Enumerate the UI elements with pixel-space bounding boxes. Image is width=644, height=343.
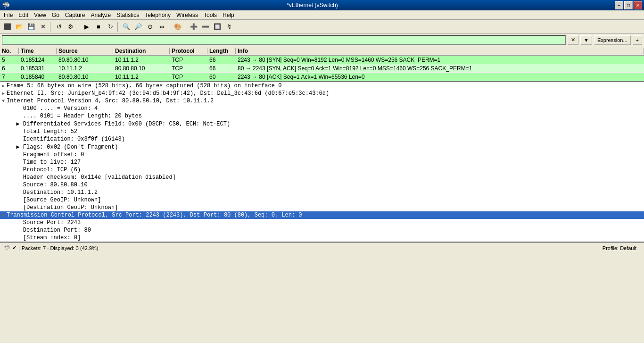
detail-row[interactable]: [Destination GeoIP: Unknown] xyxy=(0,204,644,211)
header-length[interactable]: Length xyxy=(207,48,236,54)
open-btn[interactable]: 📂 xyxy=(14,21,25,33)
status-icon: 🦈 xyxy=(4,245,10,251)
ready-icon: ✔ xyxy=(12,245,17,251)
packet-cell-source: 10.11.1.2 xyxy=(57,65,113,72)
menu-item-statistics[interactable]: Statistics xyxy=(114,11,142,19)
detail-section-ip[interactable]: ▼Internet Protocol Version 4, Src: 80.80… xyxy=(0,97,644,105)
toolbar-sep3 xyxy=(117,22,119,32)
detail-section-ethernet[interactable]: ▶Ethernet II, Src: JuniperN_b4:9f:42 (3c… xyxy=(0,90,644,97)
detail-row[interactable]: Total Length: 52 xyxy=(0,128,644,135)
stop-capture-btn[interactable]: ■ xyxy=(93,21,104,33)
detail-row[interactable]: Source Port: 2243 xyxy=(0,219,644,226)
start-capture-btn[interactable]: ▶ xyxy=(81,21,92,33)
zoom-in-btn[interactable]: 🔍 xyxy=(121,21,132,33)
detail-row[interactable]: [Source GeoIP: Unknown] xyxy=(0,196,644,204)
titlebar: 🦈 *vEthernet (vSwitch) − □ ✕ xyxy=(0,0,644,10)
packet-cell-time: 0.185124 xyxy=(19,57,57,63)
minimize-button[interactable]: − xyxy=(615,1,623,9)
menu-item-tools[interactable]: Tools xyxy=(201,11,220,19)
header-no[interactable]: No. xyxy=(0,48,19,54)
detail-row[interactable]: ▶ Flags: 0x02 (Don't Fragment) xyxy=(0,143,644,151)
packet-list-header: No. Time Source Destination Protocol Len… xyxy=(0,46,644,56)
close-capture-btn[interactable]: ✕ xyxy=(37,21,49,33)
detail-row[interactable]: Time to live: 127 xyxy=(0,159,644,166)
menu-item-view[interactable]: View xyxy=(31,11,49,19)
zoom-out2-btn[interactable]: ➖ xyxy=(200,21,211,33)
resize-columns-btn[interactable]: ⇔ xyxy=(156,21,167,33)
detail-row[interactable]: Header checksum: 0x114e [validation disa… xyxy=(0,174,644,181)
toolbar-sep1 xyxy=(50,22,52,32)
header-info[interactable]: Info xyxy=(236,48,644,54)
detail-row[interactable]: Destination: 10.11.1.2 xyxy=(0,189,644,196)
toolbar-sep5 xyxy=(185,22,187,32)
packet-cell-destination: 10.11.1.2 xyxy=(113,74,170,80)
packet-cell-protocol: TCP xyxy=(170,74,207,80)
status-right: Profile: Default xyxy=(603,245,640,251)
expression-btn[interactable]: Expression... xyxy=(594,35,631,45)
reload-btn[interactable]: ↺ xyxy=(53,21,65,33)
packet-row[interactable]: 70.18584080.80.80.1010.11.1.2TCP602243 →… xyxy=(0,73,644,81)
detail-row[interactable]: ▶ Differentiated Services Field: 0x00 (D… xyxy=(0,120,644,128)
packet-cell-destination: 80.80.80.10 xyxy=(113,65,170,72)
detail-row[interactable]: 0100 .... = Version: 4 xyxy=(0,105,644,112)
window-title: *vEthernet (vSwitch) xyxy=(10,2,615,8)
window-controls: − □ ✕ xyxy=(615,1,642,9)
detail-panel: ▶Frame 5: 66 bytes on wire (528 bits), 6… xyxy=(0,82,644,243)
save-btn[interactable]: 💾 xyxy=(25,21,37,33)
go-to-pkt-btn[interactable]: ↯ xyxy=(223,21,235,33)
packet-cell-no: 7 xyxy=(0,74,19,80)
zoom-out-btn[interactable]: 🔎 xyxy=(132,21,144,33)
packet-cell-protocol: TCP xyxy=(170,57,207,63)
packet-cell-length: 66 xyxy=(207,65,236,72)
packet-cell-info: 2243 → 80 [SYN] Seq=0 Win=8192 Len=0 MSS… xyxy=(236,57,644,63)
zoom-fit-btn[interactable]: 🔲 xyxy=(212,21,223,33)
profile-info: Profile: Default xyxy=(603,245,636,251)
menu-item-go[interactable]: Go xyxy=(49,11,62,19)
detail-section-tcp[interactable]: ▼Transmission Control Protocol, Src Port… xyxy=(0,211,644,219)
detail-section-frame[interactable]: ▶Frame 5: 66 bytes on wire (528 bits), 6… xyxy=(0,82,644,90)
packet-cell-time: 0.185331 xyxy=(19,65,57,72)
status-bar: 🦈 ✔ | Packets: 7 · Displayed: 3 (42.9%) … xyxy=(0,243,644,253)
packet-cell-info: 80 → 2243 [SYN, ACK] Seq=0 Ack=1 Win=819… xyxy=(236,65,644,72)
zoom-in2-btn[interactable]: ➕ xyxy=(188,21,199,33)
packet-row[interactable]: 60.18533110.11.1.280.80.80.10TCP6680 → 2… xyxy=(0,64,644,73)
filter-bar: ✕ ▼ Expression... + xyxy=(0,34,644,46)
close-button[interactable]: ✕ xyxy=(634,1,642,9)
menu-item-telephony[interactable]: Telephony xyxy=(142,11,173,19)
header-source[interactable]: Source xyxy=(57,48,113,54)
colorize-btn[interactable]: 🎨 xyxy=(172,21,183,33)
detail-row[interactable]: [Stream index: 0] xyxy=(0,234,644,242)
menu-item-edit[interactable]: Edit xyxy=(16,11,31,19)
menu-item-file[interactable]: File xyxy=(1,11,16,19)
packet-rows: 50.18512480.80.80.1010.11.1.2TCP662243 →… xyxy=(0,56,644,81)
packet-cell-length: 66 xyxy=(207,57,236,63)
capture-options-btn[interactable]: ⚙ xyxy=(65,21,76,33)
add-filter-btn[interactable]: + xyxy=(633,35,642,45)
filter-input[interactable] xyxy=(2,35,566,45)
header-time[interactable]: Time xyxy=(19,48,57,54)
filter-history-btn[interactable]: ▼ xyxy=(580,35,592,45)
status-separator: | xyxy=(18,245,20,251)
detail-row[interactable]: Protocol: TCP (6) xyxy=(0,166,644,174)
app-icon: 🦈 xyxy=(2,1,10,9)
packet-row[interactable]: 50.18512480.80.80.1010.11.1.2TCP662243 →… xyxy=(0,56,644,64)
menu-item-capture[interactable]: Capture xyxy=(62,11,88,19)
menu-item-analyze[interactable]: Analyze xyxy=(88,11,114,19)
detail-row[interactable]: .... 0101 = Header Length: 20 bytes xyxy=(0,112,644,120)
new-capture-btn[interactable]: ⬛ xyxy=(2,21,13,33)
detail-row[interactable]: Fragment offset: 0 xyxy=(0,151,644,159)
packet-cell-protocol: TCP xyxy=(170,65,207,72)
detail-row[interactable]: Destination Port: 80 xyxy=(0,226,644,234)
header-destination[interactable]: Destination xyxy=(113,48,170,54)
toolbar-sep2 xyxy=(78,22,80,32)
detail-row[interactable]: Identification: 0x3f0f (16143) xyxy=(0,135,644,143)
zoom-normal-btn[interactable]: ⊙ xyxy=(144,21,156,33)
header-protocol[interactable]: Protocol xyxy=(170,48,207,54)
menu-item-wireless[interactable]: Wireless xyxy=(173,11,201,19)
restart-capture-btn[interactable]: ↻ xyxy=(105,21,116,33)
status-left: 🦈 ✔ | Packets: 7 · Displayed: 3 (42.9%) xyxy=(4,245,99,251)
detail-row[interactable]: Source: 80.80.80.10 xyxy=(0,181,644,189)
maximize-button[interactable]: □ xyxy=(624,1,633,9)
clear-filter-btn[interactable]: ✕ xyxy=(568,35,578,45)
menu-item-help[interactable]: Help xyxy=(220,11,237,19)
